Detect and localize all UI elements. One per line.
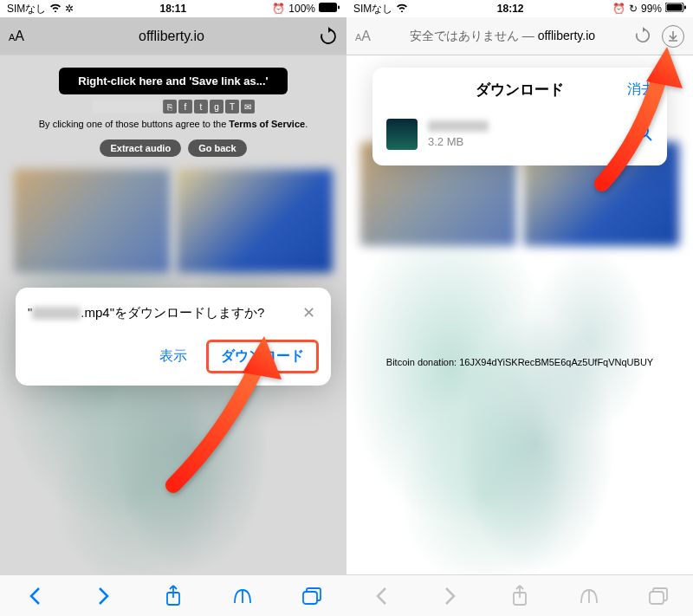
svg-rect-9 xyxy=(650,592,664,604)
url-display[interactable]: offliberty.io xyxy=(33,29,310,44)
battery-icon xyxy=(319,3,340,15)
download-size: 3.2 MB xyxy=(428,135,624,148)
browser-nav-bar: AA 安全ではありません — offliberty.io xyxy=(346,17,693,55)
go-back-button[interactable]: Go back xyxy=(188,139,246,157)
svg-rect-1 xyxy=(338,6,340,10)
text-size-button[interactable]: AA xyxy=(355,29,371,44)
back-icon[interactable] xyxy=(23,585,46,607)
status-bar: SIMなし ✲ 18:11 ⏰ 100% xyxy=(0,0,346,17)
forward-icon[interactable] xyxy=(93,585,115,607)
tos-text: By clicking one of those buttons agree t… xyxy=(0,119,346,129)
tumblr-icon[interactable]: T xyxy=(225,100,239,113)
close-icon[interactable]: ✕ xyxy=(299,303,319,322)
clear-downloads-button[interactable]: 消去 xyxy=(627,81,655,99)
twitter-icon[interactable]: t xyxy=(194,100,208,113)
social-icon[interactable]: ⎘ xyxy=(163,100,177,113)
bitcoin-donation-text: Bitcoin donation: 16JX94dYiSKRecBM5E6qAz… xyxy=(346,357,693,367)
svg-point-7 xyxy=(636,125,648,137)
carrier-text: SIMなし xyxy=(353,2,392,16)
browser-toolbar xyxy=(0,574,346,616)
tabs-icon[interactable] xyxy=(647,585,670,607)
back-icon[interactable] xyxy=(370,585,392,607)
text-size-button[interactable]: AA xyxy=(9,29,24,44)
alarm-icon: ⏰ xyxy=(272,3,285,15)
blurred-text xyxy=(92,100,161,113)
left-screenshot: SIMなし ✲ 18:11 ⏰ 100% AA offliberty.io Ri… xyxy=(0,0,346,616)
forward-icon[interactable] xyxy=(439,585,462,607)
tabs-icon[interactable] xyxy=(301,585,323,607)
right-screenshot: SIMなし 18:12 ⏰ ↻ 99% AA 安全ではありません — offli… xyxy=(346,0,693,616)
clock: 18:12 xyxy=(497,3,524,15)
downloads-panel: ダウンロード 消去 3.2 MB xyxy=(372,68,667,165)
facebook-icon[interactable]: f xyxy=(178,100,192,113)
search-icon[interactable] xyxy=(634,123,653,146)
download-thumbnail xyxy=(386,119,418,150)
svg-rect-5 xyxy=(666,4,682,11)
page-content: ダウンロード 消去 3.2 MB FIRST TIME HERE?! Bette… xyxy=(346,55,693,574)
blurred-filename xyxy=(32,307,81,320)
loading-icon: ✲ xyxy=(65,3,74,15)
extract-audio-button[interactable]: Extract audio xyxy=(100,139,181,157)
url-display[interactable]: 安全ではありません — offliberty.io xyxy=(379,29,625,44)
reload-icon[interactable] xyxy=(319,27,338,46)
battery-icon xyxy=(665,3,686,15)
wifi-icon xyxy=(396,3,408,15)
show-button[interactable]: 表示 xyxy=(159,347,187,366)
ad-banner[interactable] xyxy=(177,169,333,273)
status-bar: SIMなし 18:12 ⏰ ↻ 99% xyxy=(346,0,693,17)
carrier-text: SIMなし xyxy=(7,2,46,16)
reload-icon[interactable] xyxy=(634,27,653,46)
battery-percent: 100% xyxy=(288,3,315,15)
page-content: Right-click here and 'Save link as...' ⎘… xyxy=(0,55,346,574)
download-item[interactable]: 3.2 MB xyxy=(372,112,667,157)
share-icon[interactable] xyxy=(162,585,185,607)
browser-nav-bar: AA offliberty.io xyxy=(0,17,346,55)
rotation-lock-icon: ↻ xyxy=(629,3,638,15)
social-row: ⎘ f t g T ✉ xyxy=(0,100,346,113)
browser-toolbar xyxy=(346,574,693,616)
mail-icon[interactable]: ✉ xyxy=(241,100,255,113)
save-link-button[interactable]: Right-click here and 'Save link as...' xyxy=(59,68,287,94)
ad-banner[interactable] xyxy=(14,169,170,273)
bookmarks-icon[interactable] xyxy=(578,585,600,607)
wifi-icon xyxy=(49,3,62,15)
svg-rect-3 xyxy=(303,592,317,604)
download-dialog: ".mp4"をダウンロードしますか? ✕ 表示 ダウンロード xyxy=(16,288,331,386)
downloads-button[interactable] xyxy=(662,25,684,48)
alarm-icon: ⏰ xyxy=(612,3,625,15)
svg-rect-0 xyxy=(319,3,337,12)
battery-percent: 99% xyxy=(641,3,662,15)
svg-rect-6 xyxy=(684,6,686,10)
clock: 18:11 xyxy=(159,3,186,15)
bookmarks-icon[interactable] xyxy=(231,585,254,607)
google-icon[interactable]: g xyxy=(210,100,223,113)
dialog-message: ".mp4"をダウンロードしますか? xyxy=(28,305,299,321)
downloads-title: ダウンロード xyxy=(476,80,564,100)
blurred-filename xyxy=(428,120,489,132)
download-button[interactable]: ダウンロード xyxy=(206,340,319,373)
share-icon[interactable] xyxy=(508,585,531,607)
